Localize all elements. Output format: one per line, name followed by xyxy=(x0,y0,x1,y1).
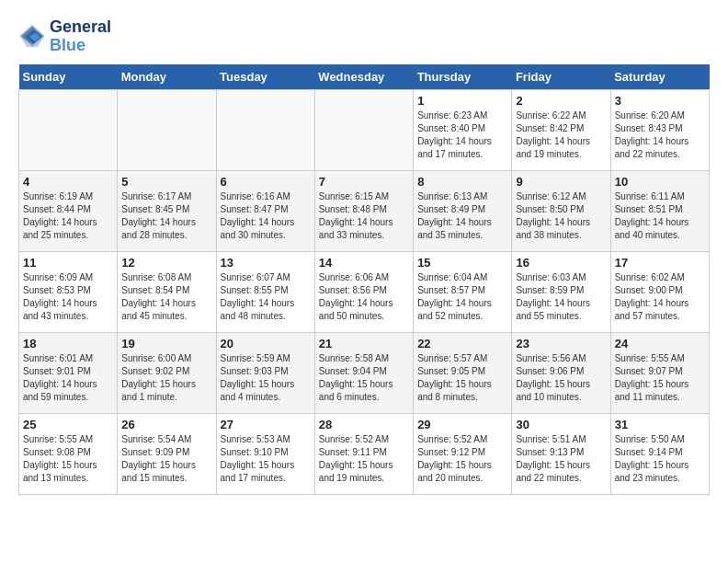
day-number: 25 xyxy=(23,418,113,431)
day-info: Sunrise: 5:55 AM Sunset: 9:08 PM Dayligh… xyxy=(23,433,113,485)
calendar-cell: 13Sunrise: 6:07 AM Sunset: 8:55 PM Dayli… xyxy=(216,251,314,332)
day-info: Sunrise: 6:11 AM Sunset: 8:51 PM Dayligh… xyxy=(615,190,705,242)
day-number: 14 xyxy=(319,256,409,270)
day-info: Sunrise: 6:04 AM Sunset: 8:57 PM Dayligh… xyxy=(417,271,507,323)
week-row-1: 1Sunrise: 6:23 AM Sunset: 8:40 PM Daylig… xyxy=(19,89,710,170)
calendar-header: SundayMondayTuesdayWednesdayThursdayFrid… xyxy=(19,64,710,90)
day-info: Sunrise: 6:09 AM Sunset: 8:53 PM Dayligh… xyxy=(23,271,113,323)
calendar-cell: 28Sunrise: 5:52 AM Sunset: 9:11 PM Dayli… xyxy=(314,413,413,494)
logo: General Blue xyxy=(18,18,111,55)
page-header: General Blue xyxy=(18,18,710,55)
day-number: 8 xyxy=(417,175,507,189)
day-number: 22 xyxy=(417,337,507,350)
day-number: 23 xyxy=(516,337,606,350)
day-info: Sunrise: 5:54 AM Sunset: 9:09 PM Dayligh… xyxy=(121,433,211,485)
calendar-cell: 9Sunrise: 6:12 AM Sunset: 8:50 PM Daylig… xyxy=(512,170,610,251)
logo-text-line1: General xyxy=(50,18,111,37)
day-header-sunday: Sunday xyxy=(19,64,118,90)
day-info: Sunrise: 6:07 AM Sunset: 8:55 PM Dayligh… xyxy=(221,271,311,323)
day-number: 13 xyxy=(221,256,311,270)
day-info: Sunrise: 6:00 AM Sunset: 9:02 PM Dayligh… xyxy=(121,352,211,404)
day-info: Sunrise: 6:22 AM Sunset: 8:42 PM Dayligh… xyxy=(516,109,606,161)
calendar-cell: 3Sunrise: 6:20 AM Sunset: 8:43 PM Daylig… xyxy=(610,89,709,170)
calendar-table: SundayMondayTuesdayWednesdayThursdayFrid… xyxy=(18,64,710,495)
day-info: Sunrise: 6:20 AM Sunset: 8:43 PM Dayligh… xyxy=(615,109,705,161)
day-number: 1 xyxy=(417,94,507,108)
calendar-cell: 16Sunrise: 6:03 AM Sunset: 8:59 PM Dayli… xyxy=(512,251,610,332)
calendar-cell: 14Sunrise: 6:06 AM Sunset: 8:56 PM Dayli… xyxy=(314,251,413,332)
day-info: Sunrise: 6:02 AM Sunset: 9:00 PM Dayligh… xyxy=(615,271,705,323)
day-header-tuesday: Tuesday xyxy=(216,64,314,90)
calendar-cell: 26Sunrise: 5:54 AM Sunset: 9:09 PM Dayli… xyxy=(118,413,216,494)
day-number: 31 xyxy=(615,418,705,431)
day-info: Sunrise: 5:51 AM Sunset: 9:13 PM Dayligh… xyxy=(516,433,606,485)
calendar-cell: 8Sunrise: 6:13 AM Sunset: 8:49 PM Daylig… xyxy=(414,170,512,251)
day-header-friday: Friday xyxy=(512,64,610,90)
day-number: 12 xyxy=(121,256,211,270)
day-info: Sunrise: 6:01 AM Sunset: 9:01 PM Dayligh… xyxy=(23,352,113,404)
day-number: 28 xyxy=(319,418,409,431)
day-number: 4 xyxy=(23,175,113,189)
day-number: 5 xyxy=(121,175,211,189)
day-info: Sunrise: 6:06 AM Sunset: 8:56 PM Dayligh… xyxy=(319,271,409,323)
calendar-cell: 15Sunrise: 6:04 AM Sunset: 8:57 PM Dayli… xyxy=(414,251,512,332)
day-info: Sunrise: 6:19 AM Sunset: 8:44 PM Dayligh… xyxy=(23,190,113,242)
day-info: Sunrise: 6:17 AM Sunset: 8:45 PM Dayligh… xyxy=(121,190,211,242)
day-number: 18 xyxy=(23,337,113,350)
day-info: Sunrise: 6:12 AM Sunset: 8:50 PM Dayligh… xyxy=(516,190,606,242)
day-header-thursday: Thursday xyxy=(414,64,512,90)
day-number: 3 xyxy=(615,94,705,108)
week-row-3: 11Sunrise: 6:09 AM Sunset: 8:53 PM Dayli… xyxy=(19,251,710,332)
day-info: Sunrise: 5:52 AM Sunset: 9:12 PM Dayligh… xyxy=(417,433,507,485)
day-info: Sunrise: 6:16 AM Sunset: 8:47 PM Dayligh… xyxy=(221,190,311,242)
calendar-cell: 7Sunrise: 6:15 AM Sunset: 8:48 PM Daylig… xyxy=(314,170,413,251)
day-number: 24 xyxy=(615,337,705,350)
calendar-cell: 1Sunrise: 6:23 AM Sunset: 8:40 PM Daylig… xyxy=(414,89,512,170)
day-number: 30 xyxy=(516,418,606,431)
day-info: Sunrise: 5:59 AM Sunset: 9:03 PM Dayligh… xyxy=(221,352,311,404)
day-header-wednesday: Wednesday xyxy=(314,64,413,90)
day-info: Sunrise: 6:13 AM Sunset: 8:49 PM Dayligh… xyxy=(417,190,507,242)
day-number: 10 xyxy=(615,175,705,189)
day-info: Sunrise: 6:23 AM Sunset: 8:40 PM Dayligh… xyxy=(417,109,507,161)
calendar-cell: 19Sunrise: 6:00 AM Sunset: 9:02 PM Dayli… xyxy=(118,332,216,413)
calendar-cell: 29Sunrise: 5:52 AM Sunset: 9:12 PM Dayli… xyxy=(414,413,512,494)
week-row-2: 4Sunrise: 6:19 AM Sunset: 8:44 PM Daylig… xyxy=(19,170,710,251)
day-info: Sunrise: 5:52 AM Sunset: 9:11 PM Dayligh… xyxy=(319,433,409,485)
calendar-cell: 23Sunrise: 5:56 AM Sunset: 9:06 PM Dayli… xyxy=(512,332,610,413)
day-number: 16 xyxy=(516,256,606,270)
calendar-cell: 11Sunrise: 6:09 AM Sunset: 8:53 PM Dayli… xyxy=(19,251,118,332)
calendar-cell: 25Sunrise: 5:55 AM Sunset: 9:08 PM Dayli… xyxy=(19,413,118,494)
day-number: 21 xyxy=(319,337,409,350)
calendar-cell xyxy=(118,89,216,170)
day-number: 15 xyxy=(417,256,507,270)
calendar-cell: 22Sunrise: 5:57 AM Sunset: 9:05 PM Dayli… xyxy=(414,332,512,413)
day-info: Sunrise: 5:53 AM Sunset: 9:10 PM Dayligh… xyxy=(221,433,311,485)
day-info: Sunrise: 5:57 AM Sunset: 9:05 PM Dayligh… xyxy=(417,352,507,404)
calendar-cell xyxy=(216,89,314,170)
calendar-cell: 24Sunrise: 5:55 AM Sunset: 9:07 PM Dayli… xyxy=(610,332,709,413)
day-number: 20 xyxy=(221,337,311,350)
day-number: 11 xyxy=(23,256,113,270)
day-number: 19 xyxy=(121,337,211,350)
day-number: 7 xyxy=(319,175,409,189)
day-info: Sunrise: 5:56 AM Sunset: 9:06 PM Dayligh… xyxy=(516,352,606,404)
day-info: Sunrise: 6:03 AM Sunset: 8:59 PM Dayligh… xyxy=(516,271,606,323)
day-number: 9 xyxy=(516,175,606,189)
calendar-cell: 4Sunrise: 6:19 AM Sunset: 8:44 PM Daylig… xyxy=(19,170,118,251)
calendar-cell: 17Sunrise: 6:02 AM Sunset: 9:00 PM Dayli… xyxy=(610,251,709,332)
calendar-cell: 2Sunrise: 6:22 AM Sunset: 8:42 PM Daylig… xyxy=(512,89,610,170)
week-row-4: 18Sunrise: 6:01 AM Sunset: 9:01 PM Dayli… xyxy=(19,332,710,413)
week-row-5: 25Sunrise: 5:55 AM Sunset: 9:08 PM Dayli… xyxy=(19,413,710,494)
calendar-cell: 21Sunrise: 5:58 AM Sunset: 9:04 PM Dayli… xyxy=(314,332,413,413)
logo-icon xyxy=(18,23,46,51)
day-info: Sunrise: 5:50 AM Sunset: 9:14 PM Dayligh… xyxy=(615,433,705,485)
calendar-cell xyxy=(314,89,413,170)
day-header-monday: Monday xyxy=(118,64,216,90)
day-number: 2 xyxy=(516,94,606,108)
calendar-cell: 12Sunrise: 6:08 AM Sunset: 8:54 PM Dayli… xyxy=(118,251,216,332)
day-number: 17 xyxy=(615,256,705,270)
day-number: 27 xyxy=(221,418,311,431)
calendar-cell: 10Sunrise: 6:11 AM Sunset: 8:51 PM Dayli… xyxy=(610,170,709,251)
calendar-cell: 31Sunrise: 5:50 AM Sunset: 9:14 PM Dayli… xyxy=(610,413,709,494)
